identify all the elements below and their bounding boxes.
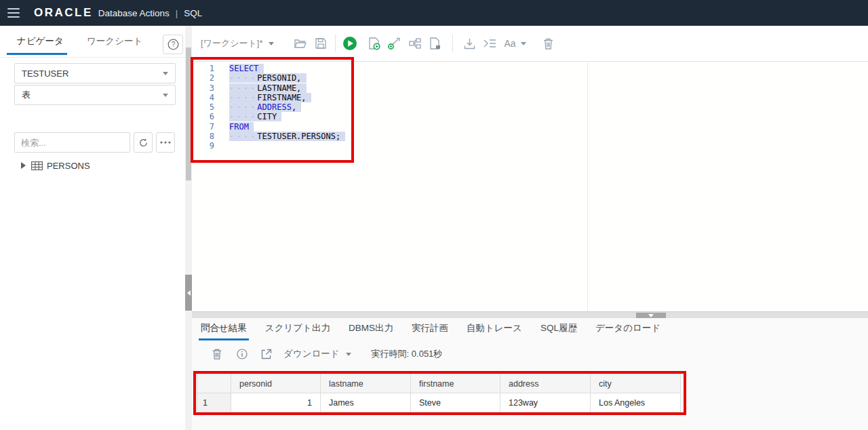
code-line-content: ····TESTUSER.PERSONS; xyxy=(226,132,345,141)
product-name: SQL xyxy=(184,8,202,18)
editor-toolbar: [ワークシート]* xyxy=(192,26,868,62)
more-options-button[interactable] xyxy=(156,132,175,153)
font-size-button[interactable]: Aa xyxy=(500,38,530,49)
run-script-button[interactable] xyxy=(364,33,384,54)
tab-query-result[interactable]: 問合せ結果 xyxy=(201,322,247,340)
whitespace-dots: ···· xyxy=(229,83,257,93)
code-line[interactable]: 6····CITY xyxy=(192,112,345,121)
tab-dbms-output[interactable]: DBMS出力 xyxy=(349,322,393,340)
code-token: FIRSTNAME, xyxy=(257,93,306,102)
tab-worksheet[interactable]: ワークシート xyxy=(87,26,142,57)
column-header-firstname[interactable]: firstname xyxy=(411,374,500,393)
clear-editor-button[interactable] xyxy=(538,33,559,54)
expand-arrow-icon[interactable] xyxy=(21,162,26,169)
code-editor[interactable]: 1SELECT 2····PERSONID, 3····LASTNAME, 4·… xyxy=(192,62,868,311)
chevron-down-icon xyxy=(163,94,168,97)
code-line-content: ····PERSONID, xyxy=(226,73,307,83)
help-button[interactable]: ? xyxy=(163,35,183,54)
sql-history-button[interactable] xyxy=(425,33,446,54)
database-actions-app: ORACLE Database Actions | SQL ナビゲータ ワークシ… xyxy=(0,0,868,430)
search-input[interactable] xyxy=(14,132,130,153)
code-line[interactable]: 5····ADDRESS, xyxy=(192,102,345,112)
refresh-icon xyxy=(138,138,149,148)
tab-sql-history[interactable]: SQL履歴 xyxy=(540,322,577,340)
results-splitter[interactable] xyxy=(192,311,868,318)
sidebar-tabbar: ナビゲータ ワークシート ? xyxy=(0,26,185,58)
table-row[interactable]: 11JamesSteve123wayLos Angeles xyxy=(197,393,681,412)
code-lines: 1SELECT 2····PERSONID, 3····LASTNAME, 4·… xyxy=(192,64,345,151)
search-row xyxy=(14,132,176,153)
object-type-select[interactable]: 表 xyxy=(14,85,176,105)
app-header: ORACLE Database Actions | SQL xyxy=(0,0,868,26)
code-line-content: ····ADDRESS, xyxy=(226,102,301,112)
svg-text:?: ? xyxy=(171,41,175,48)
whitespace-dots: ···· xyxy=(229,73,257,83)
code-token: FROM xyxy=(229,122,249,132)
results-toolbar: ダウンロード 実行時間: 0.051秒 xyxy=(192,340,442,368)
autotrace-button[interactable] xyxy=(405,33,425,54)
code-line-content: ····LASTNAME, xyxy=(226,83,307,93)
save-icon xyxy=(315,38,326,49)
tab-script-output[interactable]: スクリプト出力 xyxy=(265,322,330,340)
open-file-button[interactable] xyxy=(290,33,311,54)
refresh-button[interactable] xyxy=(134,132,153,153)
tree-item-label: PERSONS xyxy=(47,161,90,171)
editor-pane-divider xyxy=(587,62,588,311)
tab-data-load[interactable]: データのロード xyxy=(595,322,660,340)
column-header-lastname[interactable]: lastname xyxy=(321,374,411,393)
code-line[interactable]: 1SELECT xyxy=(192,64,345,73)
cell-lastname[interactable]: James xyxy=(321,393,411,412)
whitespace-dots: ···· xyxy=(229,93,257,102)
tab-explain-plan[interactable]: 実行計画 xyxy=(412,322,448,340)
column-header-address[interactable]: address xyxy=(500,374,591,393)
execution-time: 実行時間: 0.051秒 xyxy=(372,348,443,360)
hamburger-menu-icon[interactable] xyxy=(7,8,20,18)
run-statement-icon xyxy=(342,36,357,51)
cell-city[interactable]: Los Angeles xyxy=(591,393,681,412)
tree-item-persons[interactable]: PERSONS xyxy=(0,158,176,173)
save-button[interactable] xyxy=(311,33,331,54)
code-line[interactable]: 3····LASTNAME, xyxy=(192,83,345,93)
line-number: 3 xyxy=(192,83,226,93)
code-line[interactable]: 9 xyxy=(192,141,345,151)
code-token: LASTNAME, xyxy=(257,83,301,93)
worksheet-area: [ワークシート]* xyxy=(192,26,868,430)
cell-firstname[interactable]: Steve xyxy=(411,393,500,412)
code-line[interactable]: 7FROM xyxy=(192,122,345,132)
column-header-personid[interactable]: personid xyxy=(231,374,321,393)
font-size-label: Aa xyxy=(505,38,516,49)
download-editor-button[interactable] xyxy=(460,33,480,54)
sidebar-scrollbar-thumb[interactable] xyxy=(186,47,191,180)
run-statement-button[interactable] xyxy=(340,33,360,54)
cell-personid[interactable]: 1 xyxy=(231,393,321,412)
trash-icon xyxy=(212,349,222,359)
worksheet-selector[interactable]: [ワークシート]* xyxy=(201,37,274,50)
sidebar-splitter[interactable] xyxy=(185,26,192,430)
code-line-content: SELECT xyxy=(226,64,264,73)
whitespace-dots: ···· xyxy=(229,102,257,112)
open-in-new-button[interactable] xyxy=(256,344,277,364)
explain-plan-button[interactable] xyxy=(384,33,405,54)
sidebar-collapse-handle[interactable] xyxy=(185,275,192,311)
info-button[interactable] xyxy=(232,344,252,364)
code-token: TESTUSER.PERSONS; xyxy=(257,132,340,141)
column-header-city[interactable]: city xyxy=(591,374,681,393)
schema-select-value: TESTUSER xyxy=(22,69,68,79)
app-title: Database Actions xyxy=(98,8,170,18)
active-tab-underline xyxy=(7,53,67,55)
line-number: 9 xyxy=(192,141,226,151)
code-line[interactable]: 4····FIRSTNAME, xyxy=(192,93,345,102)
discard-results-button[interactable] xyxy=(207,344,227,364)
autotrace-icon xyxy=(409,38,421,49)
schema-select[interactable]: TESTUSER xyxy=(14,63,176,83)
sql-history-icon xyxy=(429,37,441,50)
download-results-button[interactable]: ダウンロード xyxy=(283,348,351,360)
result-grid-header-row: personidlastnamefirstnameaddresscity xyxy=(197,374,681,393)
tab-autotrace[interactable]: 自動トレース xyxy=(467,322,522,340)
toolbar-separator xyxy=(335,35,336,52)
format-button[interactable] xyxy=(480,33,500,54)
code-line[interactable]: 8····TESTUSER.PERSONS; xyxy=(192,132,345,141)
code-line[interactable]: 2····PERSONID, xyxy=(192,73,345,83)
cell-address[interactable]: 123way xyxy=(500,393,591,412)
toolbar-separator xyxy=(452,35,453,52)
